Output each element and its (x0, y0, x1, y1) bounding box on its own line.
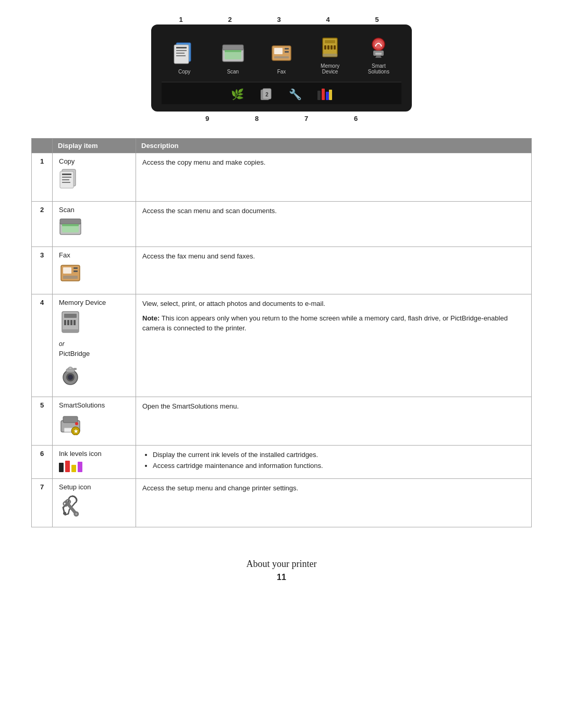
smart-solutions-menu-icon: Smart Solutions (360, 34, 397, 75)
row-description: View, select, print, or attach photos an… (136, 294, 532, 397)
bullet-list: Display the current ink levels of the in… (142, 450, 525, 472)
scan-icon (59, 217, 129, 240)
svg-rect-58 (67, 320, 69, 325)
row-description: Display the current ink levels of the in… (136, 446, 532, 479)
item-name: Memory Device (59, 299, 129, 306)
note-label: Note: (142, 314, 162, 322)
copy-count-icon: 2 (260, 88, 273, 101)
footer-title: About your printer (247, 559, 317, 570)
svg-rect-42 (62, 174, 71, 175)
display-items-table: Display item Description 1 Copy (31, 138, 532, 527)
diagram-num-1: 1 (163, 16, 199, 23)
svg-rect-43 (62, 177, 71, 178)
svg-rect-57 (64, 320, 66, 325)
svg-rect-17 (285, 51, 289, 53)
fax-icon (59, 262, 129, 288)
diagram-num-2: 2 (212, 16, 248, 23)
table-row: 5 SmartSolutions ★ (32, 397, 532, 446)
table-row: 1 Copy Access t (32, 153, 532, 202)
col-header-display-item: Display item (53, 139, 136, 153)
row-number: 2 (32, 202, 53, 247)
svg-rect-24 (334, 45, 336, 50)
row-item: Fax (53, 247, 136, 294)
svg-rect-54 (63, 276, 78, 279)
diagram-num-7: 7 (304, 115, 308, 122)
col-header-num (32, 139, 53, 153)
svg-rect-22 (327, 45, 329, 50)
table-row: 6 Ink levels icon Display the current in… (32, 446, 532, 479)
svg-point-64 (68, 375, 73, 380)
svg-text:2: 2 (265, 92, 268, 97)
row-description: Access the scan menu and scan documents. (136, 202, 532, 247)
wrench-icon: 🔧 (289, 88, 302, 101)
svg-rect-15 (274, 48, 283, 54)
svg-rect-11 (223, 45, 243, 50)
printer-bottom-bar: 🌿 2 🔧 (162, 82, 401, 104)
scan-menu-icon: Scan (215, 40, 251, 75)
svg-rect-9 (176, 55, 186, 56)
svg-rect-60 (74, 320, 76, 325)
svg-rect-13 (225, 50, 241, 52)
row-number: 5 (32, 397, 53, 446)
setup-icon (59, 494, 129, 521)
svg-rect-34 (322, 89, 325, 100)
svg-rect-29 (375, 53, 382, 55)
diagram-num-5: 5 (359, 16, 395, 23)
table-row: 2 Scan Access the scan menu and scan doc… (32, 202, 532, 247)
item-name: SmartSolutions (59, 401, 129, 409)
list-item: Display the current ink levels of the in… (153, 450, 525, 461)
svg-point-73 (63, 512, 66, 515)
svg-rect-51 (63, 267, 71, 274)
item-name: Copy (59, 157, 129, 165)
memory-device-icon (59, 310, 129, 338)
table-row: 3 Fax Access the fax menu and send faxes… (32, 247, 532, 294)
svg-point-70 (75, 422, 78, 425)
diagram-num-9: 9 (205, 115, 209, 122)
diagram-num-3: 3 (261, 16, 297, 23)
svg-rect-47 (60, 219, 81, 224)
row-number: 3 (32, 247, 53, 294)
svg-rect-45 (62, 182, 70, 183)
svg-rect-33 (317, 91, 321, 100)
item-name: Setup icon (59, 483, 129, 491)
ink-palette-icon (317, 88, 332, 101)
row-item: SmartSolutions ★ (53, 397, 136, 446)
fax-menu-icon: Fax (263, 40, 300, 75)
svg-rect-21 (324, 45, 326, 50)
svg-rect-56 (64, 314, 77, 318)
printer-screen: Copy Scan (151, 24, 412, 112)
desc-note: Note: This icon appears only when you re… (142, 313, 525, 334)
row-item: Setup icon (53, 479, 136, 527)
printer-diagram: 1 2 3 4 5 (151, 16, 412, 122)
table-row: 4 Memory Device or PictBridge (32, 294, 532, 397)
row-description: Open the SmartSolutions menu. (136, 397, 532, 446)
svg-rect-18 (274, 56, 289, 58)
row-item: Scan (53, 202, 136, 247)
svg-rect-7 (176, 50, 187, 51)
leaf-icon: 🌿 (231, 88, 244, 101)
diagram-num-4: 4 (310, 16, 346, 23)
svg-rect-68 (63, 416, 78, 423)
row-description: Access the copy menu and make copies. (136, 153, 532, 202)
svg-rect-61 (62, 329, 79, 332)
svg-rect-66 (74, 368, 77, 370)
svg-rect-53 (74, 270, 78, 272)
row-number: 6 (32, 446, 53, 479)
smart-solutions-icon: ★ (59, 412, 129, 439)
item-name: Scan (59, 206, 129, 214)
pictbridge-icon (59, 361, 129, 390)
svg-rect-65 (66, 369, 75, 372)
row-item: Copy (53, 153, 136, 202)
item-name: Fax (59, 251, 129, 259)
row-number: 7 (32, 479, 53, 527)
svg-rect-8 (176, 53, 185, 54)
svg-text:★: ★ (74, 428, 79, 434)
col-header-description: Description (136, 139, 532, 153)
desc-main: View, select, print, or attach photos an… (142, 299, 525, 309)
svg-rect-23 (331, 45, 333, 50)
table-row: 7 Setup icon (32, 479, 532, 527)
row-description: Access the setup menu and change printer… (136, 479, 532, 527)
page-footer: About your printer 11 (247, 559, 317, 582)
svg-point-27 (374, 40, 383, 48)
row-number: 4 (32, 294, 53, 397)
